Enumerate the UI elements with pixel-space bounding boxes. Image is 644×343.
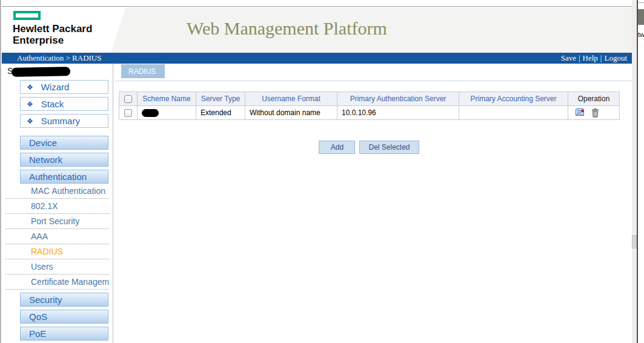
sidebar-item-label: Device bbox=[29, 138, 57, 148]
select-all-checkbox[interactable] bbox=[124, 95, 132, 103]
sidebar-item-qos[interactable]: QoS bbox=[20, 310, 108, 324]
hpe-logo-text-line1: Hewlett Packard bbox=[13, 23, 92, 35]
table-header-row: Scheme Name Server Type Username Format … bbox=[119, 92, 620, 106]
crumb-bar: Authentication > RADIUS Save|Help|Logout bbox=[2, 53, 632, 64]
sidebar-item-wizard[interactable]: ❖ Wizard bbox=[20, 80, 108, 94]
sidebar-subitem-aaa[interactable]: AAA bbox=[5, 229, 109, 244]
sidebar-item-label: PoE bbox=[29, 328, 46, 339]
col-header-primary-auth-server: Primary Authentication Server bbox=[337, 92, 459, 106]
del-selected-button[interactable]: Del Selected bbox=[359, 141, 419, 154]
sidebar-item-security[interactable]: Security bbox=[20, 293, 108, 307]
save-link[interactable]: Save bbox=[561, 53, 576, 62]
sidebar-item-authentication[interactable]: Authentication bbox=[20, 170, 108, 184]
action-button-row: Add Del Selected bbox=[119, 141, 619, 154]
help-link[interactable]: Help bbox=[583, 53, 598, 62]
scheme-name-redaction bbox=[142, 109, 159, 117]
sidebar-item-label: Security bbox=[29, 295, 62, 305]
device-name: S bbox=[2, 64, 113, 77]
web-management-platform-window: Hewlett Packard Enterprise Web Managemen… bbox=[0, 0, 644, 343]
sidebar-item-label: QoS bbox=[29, 311, 47, 322]
diamond-icon: ❖ bbox=[27, 100, 33, 108]
cell-username-format: Without domain name bbox=[245, 106, 337, 120]
row-checkbox[interactable] bbox=[124, 109, 132, 117]
hpe-logo-text-line2: Enterprise bbox=[13, 35, 64, 47]
logo-panel: Hewlett Packard Enterprise bbox=[2, 7, 129, 53]
sidebar: S ❖ Wizard ❖ Stack ❖ Summary Device Netw… bbox=[2, 64, 113, 343]
sidebar-spacer bbox=[2, 128, 113, 133]
diamond-icon: ❖ bbox=[27, 117, 33, 125]
sidebar-subitem-radius[interactable]: RADIUS bbox=[5, 244, 109, 259]
device-name-redaction bbox=[12, 67, 70, 77]
sidebar-subitem-port-security[interactable]: Port Security bbox=[5, 214, 109, 229]
sidebar-subitem-label: RADIUS bbox=[31, 247, 63, 256]
window-top-strip bbox=[2, 0, 632, 7]
modify-icon[interactable] bbox=[574, 108, 585, 118]
window-scrollbar-track[interactable] bbox=[632, 0, 637, 343]
sidebar-subitem-label: 802.1X bbox=[31, 201, 58, 211]
sidebar-item-poe[interactable]: PoE bbox=[20, 327, 108, 341]
cell-primary-acct-server bbox=[459, 106, 568, 120]
table-row: Extended Without domain name 10.0.10.96 bbox=[119, 106, 620, 120]
background-window-text: tw bbox=[638, 31, 644, 38]
top-links: Save|Help|Logout bbox=[561, 53, 627, 63]
sidebar-subitem-label: Port Security bbox=[31, 216, 79, 226]
hpe-logo-icon bbox=[13, 11, 41, 20]
col-header-scheme-name: Scheme Name bbox=[138, 92, 196, 106]
delete-icon[interactable] bbox=[591, 108, 599, 118]
add-button[interactable]: Add bbox=[319, 141, 355, 154]
cell-primary-auth-server: 10.0.10.96 bbox=[337, 106, 459, 120]
tab-radius[interactable]: RADIUS bbox=[121, 64, 165, 78]
sidebar-item-label: Stack bbox=[41, 99, 64, 109]
window-scrollbar-thumb[interactable] bbox=[632, 235, 637, 248]
tab-strip: RADIUS bbox=[115, 64, 632, 81]
cell-server-type: Extended bbox=[196, 106, 245, 120]
sidebar-item-label: Authentication bbox=[29, 172, 87, 182]
breadcrumb: Authentication > RADIUS bbox=[17, 53, 101, 63]
radius-scheme-table: Scheme Name Server Type Username Format … bbox=[119, 92, 620, 120]
sidebar-item-stack[interactable]: ❖ Stack bbox=[20, 97, 108, 111]
col-header-server-type: Server Type bbox=[196, 92, 245, 106]
col-header-operation: Operation bbox=[568, 92, 620, 106]
sidebar-item-label: Summary bbox=[41, 116, 80, 126]
col-header-primary-acct-server: Primary Accounting Server bbox=[459, 92, 568, 106]
sidebar-item-summary[interactable]: ❖ Summary bbox=[20, 114, 108, 128]
sidebar-subitem-label: AAA bbox=[31, 231, 48, 241]
cell-scheme-name bbox=[138, 106, 196, 120]
sidebar-item-device[interactable]: Device bbox=[20, 136, 108, 150]
sidebar-subitem-label: Users bbox=[31, 262, 53, 271]
page-title: Web Management Platform bbox=[187, 18, 387, 39]
sidebar-subitem-certificate-management[interactable]: Certificate Management bbox=[5, 275, 109, 290]
cell-operation bbox=[568, 106, 620, 120]
background-window-divider bbox=[638, 2, 644, 3]
background-window-sliver: tw bbox=[638, 0, 644, 343]
main-content: RADIUS Scheme Name Server Type Username … bbox=[115, 64, 632, 343]
header: Hewlett Packard Enterprise Web Managemen… bbox=[2, 7, 632, 53]
diamond-icon: ❖ bbox=[27, 83, 33, 92]
sidebar-subitem-users[interactable]: Users bbox=[5, 259, 109, 275]
logout-link[interactable]: Logout bbox=[604, 53, 627, 62]
sidebar-item-label: Wizard bbox=[41, 82, 70, 92]
link-separator-1: | bbox=[579, 53, 580, 62]
sidebar-item-network[interactable]: Network bbox=[20, 153, 108, 167]
sidebar-item-label: Network bbox=[29, 155, 62, 165]
link-separator-2: | bbox=[600, 53, 602, 62]
background-window-block bbox=[638, 9, 644, 25]
sidebar-subitem-label: Certificate Management bbox=[31, 277, 109, 287]
col-header-username-format: Username Format bbox=[245, 92, 337, 106]
sidebar-subitem-mac-authentication[interactable]: MAC Authentication bbox=[5, 184, 109, 199]
sidebar-subitem-label: MAC Authentication bbox=[31, 186, 105, 196]
sidebar-subitem-8021x[interactable]: 802.1X bbox=[5, 199, 109, 214]
